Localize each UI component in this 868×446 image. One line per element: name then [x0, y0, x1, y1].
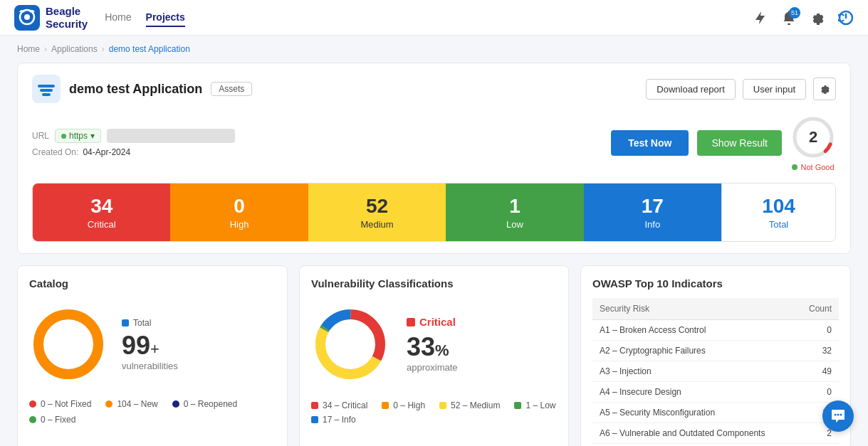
breadcrumb-home[interactable]: Home [17, 44, 40, 54]
owasp-row: A5 – Security Misconfiguration17 [592, 403, 839, 423]
breadcrumb-sep-1: › [44, 44, 47, 54]
lightning-icon[interactable] [753, 10, 768, 26]
score-ring: 2 [790, 115, 836, 160]
stat-info-number: 17 [591, 195, 714, 218]
brand-name: BeagleSecurity [46, 5, 88, 31]
score-dot [792, 164, 798, 170]
stat-info: 17 Info [584, 184, 721, 241]
catalog-count-num: 99 [122, 331, 150, 360]
catalog-total-label: Total [122, 318, 276, 328]
stat-info-label: Info [591, 219, 714, 230]
svg-point-11 [38, 314, 98, 374]
nav-projects[interactable]: Projects [146, 9, 185, 27]
stat-total: 104 Total [721, 184, 835, 241]
legend-reopened-label: 0 – Reopened [184, 399, 237, 409]
vuln-legend: 34 – Critical 0 – High 52 – Medium 1 – L… [311, 400, 557, 425]
app-name: demo test Application [69, 82, 202, 97]
url-label: URL [32, 131, 49, 141]
app-header-card: demo test Application Assets Download re… [17, 63, 851, 254]
vuln-title: Vulnerability Classifications [311, 277, 557, 290]
owasp-count-cell: 0 [798, 444, 839, 447]
url-field-row: URL https ▾ [32, 129, 235, 143]
vuln-legend-high-label: 0 – High [393, 400, 425, 410]
vuln-legend-low: 1 – Low [514, 400, 555, 410]
owasp-risk-cell: A7 – Identification and Authentication F… [592, 444, 798, 447]
vuln-legend-medium-dot [439, 402, 446, 409]
stats-row: 34 Critical 0 High 52 Medium 1 Low 17 In… [32, 183, 836, 242]
stat-critical-label: Critical [40, 219, 163, 230]
navbar-right: 51 [753, 10, 854, 26]
svg-point-19 [840, 414, 842, 416]
owasp-count-cell: 49 [798, 361, 839, 382]
app-settings-button[interactable] [813, 78, 836, 100]
assets-button[interactable]: Assets [211, 82, 252, 96]
owasp-row: A2 – Cryptographic Failures32 [592, 341, 839, 361]
show-result-button[interactable]: Show Result [697, 130, 782, 156]
legend-not-fixed: 0 – Not Fixed [29, 399, 91, 409]
catalog-donut-info: Total 99+ vulnerabilities [122, 318, 276, 371]
test-now-button[interactable]: Test Now [611, 130, 689, 156]
user-input-button[interactable]: User input [743, 79, 806, 100]
svg-rect-6 [40, 89, 53, 92]
svg-rect-5 [38, 85, 55, 87]
power-icon[interactable] [838, 10, 854, 26]
legend-fixed-label: 0 – Fixed [41, 415, 75, 425]
nav-links: Home Projects [105, 9, 185, 27]
vuln-legend-high: 0 – High [382, 400, 425, 410]
breadcrumb: Home › Applications › demo test Applicat… [0, 36, 868, 63]
nav-home[interactable]: Home [105, 9, 131, 27]
download-report-button[interactable]: Download report [646, 79, 735, 100]
vuln-percent: 33% [407, 332, 557, 362]
score-label: Not Good [792, 163, 834, 171]
beagle-logo-icon [14, 5, 40, 31]
score-container: 2 Not Good [790, 115, 836, 171]
owasp-risk-cell: A3 – Injection [592, 361, 798, 382]
svg-point-3 [788, 23, 790, 25]
svg-rect-7 [42, 93, 51, 96]
breadcrumb-current: demo test Application [109, 44, 190, 54]
catalog-sub-label: vulnerabilities [122, 361, 276, 371]
owasp-col-count: Count [798, 298, 839, 320]
app-icon [32, 75, 61, 103]
owasp-risk-cell: A2 – Cryptographic Failures [592, 341, 798, 361]
stat-critical-number: 34 [40, 195, 163, 218]
vuln-legend-low-dot [514, 402, 521, 409]
settings-icon[interactable] [810, 10, 825, 26]
chat-bubble[interactable] [822, 400, 854, 432]
app-title-area: demo test Application Assets [32, 75, 252, 103]
breadcrumb-sep-2: › [102, 44, 105, 54]
catalog-donut-section: Total 99+ vulnerabilities [29, 298, 276, 391]
vuln-legend-info: 17 – Info [311, 415, 356, 425]
stat-high-label: High [177, 219, 300, 230]
https-dot [61, 134, 66, 139]
vuln-legend-medium-label: 52 – Medium [451, 400, 500, 410]
https-badge[interactable]: https ▾ [55, 129, 101, 143]
owasp-risk-cell: A4 – Insecure Design [592, 382, 798, 403]
url-row: URL https ▾ Created On: 04-Apr-2024 Test… [32, 115, 836, 171]
legend-new-label: 104 – New [117, 399, 157, 409]
vuln-legend-critical-label: 34 – Critical [323, 400, 367, 410]
main-content: demo test Application Assets Download re… [0, 63, 868, 446]
stat-low-label: Low [453, 219, 576, 230]
owasp-risk-cell: A6 – Vulnerable and Outdated Components [592, 423, 798, 444]
vuln-legend-low-label: 1 – Low [525, 400, 555, 410]
stat-medium-number: 52 [315, 195, 439, 218]
owasp-risk-cell: A5 – Security Misconfiguration [592, 403, 798, 423]
catalog-legend: 0 – Not Fixed 104 – New 0 – Reopened 0 –… [29, 399, 276, 425]
panels: Catalog Total 99+ [17, 265, 851, 446]
vuln-legend-info-label: 17 – Info [323, 415, 356, 425]
vuln-panel: Vulnerability Classifications [299, 265, 569, 446]
catalog-count: 99+ [122, 331, 276, 361]
breadcrumb-applications[interactable]: Applications [51, 44, 98, 54]
bell-icon[interactable]: 51 [781, 10, 797, 26]
vuln-approx-label: approximate [407, 362, 557, 373]
navbar-left: BeagleSecurity Home Projects [14, 5, 185, 31]
vuln-legend-info-dot [311, 416, 318, 423]
created-value: 04-Apr-2024 [83, 147, 130, 157]
legend-new: 104 – New [105, 399, 157, 409]
vuln-legend-high-dot [382, 402, 389, 409]
vuln-donut [311, 305, 389, 383]
owasp-row: A1 – Broken Access Control0 [592, 320, 839, 341]
legend-fixed: 0 – Fixed [29, 415, 75, 425]
owasp-row: A4 – Insecure Design0 [592, 382, 839, 403]
